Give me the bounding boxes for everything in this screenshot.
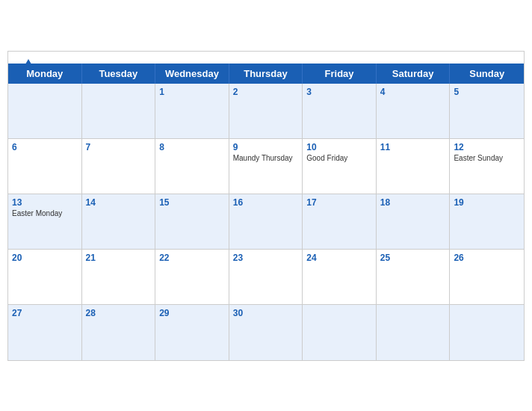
day-header-tuesday: Tuesday	[82, 64, 156, 84]
cal-cell: 5	[450, 84, 524, 139]
date-number: 19	[454, 197, 520, 208]
calendar-header	[8, 52, 524, 64]
day-header-friday: Friday	[303, 64, 377, 84]
cal-cell: 21	[82, 250, 156, 305]
cal-cell: 4	[377, 84, 451, 139]
date-number: 14	[86, 197, 152, 208]
date-number: 13	[12, 197, 78, 208]
day-header-thursday: Thursday	[229, 64, 303, 84]
holiday-label: Maundy Thursday	[233, 154, 299, 162]
cal-cell: 16	[229, 194, 303, 250]
cal-cell: 22	[155, 250, 229, 305]
cal-cell: 12Easter Sunday	[450, 139, 524, 194]
cal-cell	[450, 305, 524, 360]
date-number: 30	[233, 308, 299, 318]
cal-cell	[377, 305, 451, 360]
date-number: 28	[86, 308, 152, 318]
logo	[20, 58, 35, 71]
cal-cell: 30	[229, 305, 303, 360]
date-number: 22	[159, 253, 225, 263]
cal-cell	[82, 84, 156, 139]
cal-cell: 8	[155, 139, 229, 194]
day-header-monday: Monday	[8, 64, 82, 84]
cal-cell: 24	[303, 250, 377, 305]
date-number: 24	[306, 253, 372, 263]
cal-cell: 18	[377, 194, 451, 250]
cal-cell: 19	[450, 194, 524, 250]
date-number: 5	[454, 87, 520, 97]
date-number: 16	[233, 197, 299, 208]
cal-cell: 28	[82, 305, 156, 360]
cal-cell: 17	[303, 194, 377, 250]
calendar-grid: 123456789Maundy Thursday10Good Friday111…	[8, 84, 524, 360]
cal-cell: 11	[377, 139, 451, 194]
date-number: 3	[306, 87, 372, 97]
cal-cell: 25	[377, 250, 451, 305]
date-number: 18	[380, 197, 446, 208]
day-header-wednesday: Wednesday	[155, 64, 229, 84]
date-number: 27	[12, 308, 78, 318]
cal-cell	[8, 84, 82, 139]
holiday-label: Easter Monday	[12, 209, 78, 217]
date-number: 25	[380, 253, 446, 263]
cal-cell: 29	[155, 305, 229, 360]
cal-cell: 2	[229, 84, 303, 139]
date-number: 20	[12, 253, 78, 263]
date-number: 17	[306, 197, 372, 208]
date-number: 7	[86, 142, 152, 152]
cal-cell: 27	[8, 305, 82, 360]
date-number: 9	[233, 142, 299, 152]
cal-cell: 13Easter Monday	[8, 194, 82, 250]
cal-cell: 7	[82, 139, 156, 194]
cal-cell: 15	[155, 194, 229, 250]
day-header-saturday: Saturday	[377, 64, 451, 84]
cal-cell: 14	[82, 194, 156, 250]
date-number: 11	[380, 142, 446, 152]
date-number: 12	[454, 142, 520, 152]
cal-cell: 20	[8, 250, 82, 305]
date-number: 4	[380, 87, 446, 97]
date-number: 23	[233, 253, 299, 263]
date-number: 2	[233, 87, 299, 97]
holiday-label: Good Friday	[306, 154, 372, 162]
cal-cell: 26	[450, 250, 524, 305]
date-number: 15	[159, 197, 225, 208]
date-number: 21	[86, 253, 152, 263]
svg-marker-0	[23, 59, 34, 68]
day-headers: Monday Tuesday Wednesday Thursday Friday…	[8, 64, 524, 84]
calendar: Monday Tuesday Wednesday Thursday Friday…	[7, 51, 525, 361]
date-number: 29	[159, 308, 225, 318]
logo-icon	[22, 58, 35, 71]
cal-cell: 1	[155, 84, 229, 139]
cal-cell	[303, 305, 377, 360]
cal-cell: 3	[303, 84, 377, 139]
cal-cell: 9Maundy Thursday	[229, 139, 303, 194]
date-number: 10	[306, 142, 372, 152]
day-header-sunday: Sunday	[450, 64, 524, 84]
cal-cell: 6	[8, 139, 82, 194]
cal-cell: 23	[229, 250, 303, 305]
date-number: 6	[12, 142, 78, 152]
date-number: 26	[454, 253, 520, 263]
date-number: 1	[159, 87, 225, 97]
cal-cell: 10Good Friday	[303, 139, 377, 194]
holiday-label: Easter Sunday	[454, 154, 520, 162]
date-number: 8	[159, 142, 225, 152]
